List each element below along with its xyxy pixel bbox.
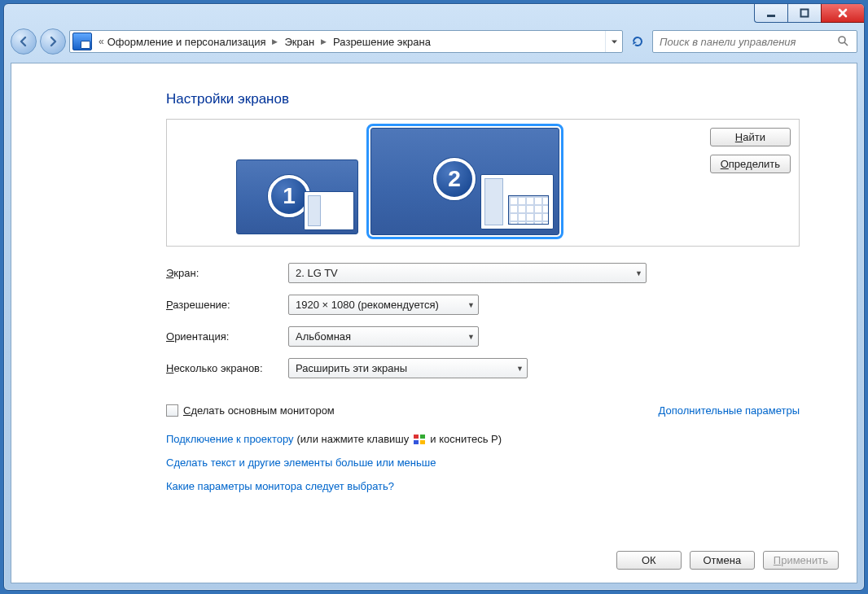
breadcrumb-item[interactable]: Разрешение экрана: [333, 36, 431, 48]
chevron-down-icon: ▼: [516, 365, 524, 373]
minimize-button[interactable]: [754, 4, 787, 23]
monitor-1[interactable]: 1: [236, 159, 358, 234]
detect-button[interactable]: Найти: [710, 128, 791, 146]
forward-button[interactable]: [40, 28, 66, 55]
orientation-select[interactable]: Альбомная▼: [288, 326, 479, 347]
make-primary-checkbox[interactable]: Сделать основным монитором: [166, 404, 335, 417]
address-bar[interactable]: « Оформление и персонализация ▶ Экран ▶ …: [69, 30, 623, 53]
display-arrangement[interactable]: 1 2 Найти Определить: [166, 119, 800, 247]
search-input[interactable]: [658, 35, 837, 49]
chevron-down-icon: ▼: [635, 269, 642, 277]
which-settings-link[interactable]: Какие параметры монитора следует выбрать…: [166, 480, 394, 492]
refresh-button[interactable]: [626, 30, 649, 53]
projector-hint: (или нажмите клавишу: [297, 433, 410, 445]
breadcrumb-overflow-icon[interactable]: «: [95, 36, 107, 47]
display-label: Экран:: [166, 267, 288, 279]
monitor-number-badge: 2: [433, 158, 476, 200]
breadcrumb-item[interactable]: Экран: [284, 36, 314, 48]
help-links: Подключение к проектору (или нажмите кла…: [166, 433, 800, 492]
content-panel: Настройки экранов 1 2 Найти Определить: [11, 63, 857, 583]
window-frame: « Оформление и персонализация ▶ Экран ▶ …: [3, 3, 865, 591]
multi-display-select[interactable]: Расширить эти экраны▼: [288, 358, 528, 378]
svg-rect-0: [767, 15, 775, 17]
resolution-select[interactable]: 1920 × 1080 (рекомендуется)▼: [288, 295, 479, 315]
search-icon: [837, 35, 848, 49]
chevron-down-icon: ▼: [467, 333, 475, 341]
chevron-down-icon: ▼: [467, 301, 475, 309]
checkbox-icon: [166, 404, 178, 417]
search-box[interactable]: [652, 30, 857, 53]
settings-form: Экран: 2. LG TV▼ Разрешение: 1920 × 1080…: [166, 263, 800, 378]
titlebar: [4, 4, 864, 27]
svg-point-2: [839, 37, 845, 43]
close-button[interactable]: [821, 4, 864, 23]
maximize-button[interactable]: [787, 4, 821, 23]
projector-link[interactable]: Подключение к проектору: [166, 433, 294, 445]
projector-hint: и коснитесь P): [430, 433, 502, 445]
address-dropdown-button[interactable]: [605, 31, 622, 52]
svg-rect-1: [801, 10, 809, 17]
back-button[interactable]: [11, 28, 37, 55]
cancel-button[interactable]: Отмена: [690, 551, 755, 570]
dialog-actions: ОК Отмена Применить: [616, 551, 839, 570]
monitor-wallpaper-icon: [304, 191, 354, 230]
control-panel-icon: [72, 33, 92, 50]
chevron-right-icon[interactable]: ▶: [267, 37, 283, 46]
orientation-label: Ориентация:: [166, 330, 288, 343]
resolution-label: Разрешение:: [166, 299, 288, 311]
apply-button[interactable]: Применить: [763, 551, 839, 570]
identify-button[interactable]: Определить: [710, 155, 791, 173]
breadcrumb-item[interactable]: Оформление и персонализация: [107, 36, 266, 48]
monitor-wallpaper-icon: [480, 174, 554, 229]
display-select[interactable]: 2. LG TV▼: [288, 263, 647, 283]
advanced-settings-link[interactable]: Дополнительные параметры: [658, 404, 800, 417]
windows-key-icon: [414, 435, 425, 444]
chevron-right-icon[interactable]: ▶: [316, 37, 331, 46]
navbar: « Оформление и персонализация ▶ Экран ▶ …: [11, 27, 857, 56]
ok-button[interactable]: ОК: [616, 551, 682, 570]
monitor-2[interactable]: 2: [370, 128, 559, 235]
multi-display-label: Несколько экранов:: [166, 362, 288, 374]
text-size-link[interactable]: Сделать текст и другие элементы больше и…: [166, 456, 436, 469]
svg-line-3: [844, 42, 848, 46]
breadcrumb: Оформление и персонализация ▶ Экран ▶ Ра…: [107, 36, 431, 48]
page-title: Настройки экранов: [166, 91, 800, 107]
window-controls: [754, 4, 864, 23]
